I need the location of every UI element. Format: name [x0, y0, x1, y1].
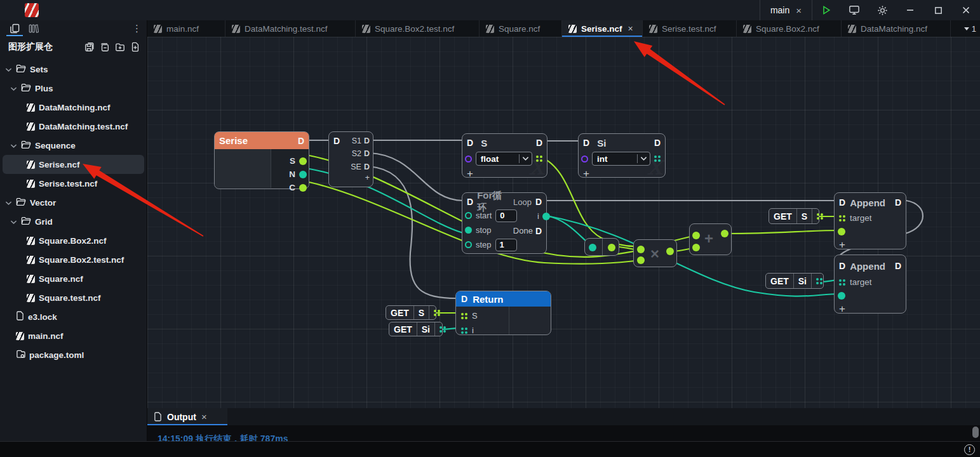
exec-out-port-icon[interactable]: D	[895, 198, 901, 207]
display-mode-button[interactable]	[840, 0, 868, 20]
exec-in-port-icon[interactable]: D	[839, 262, 845, 270]
value-out-port[interactable]	[536, 156, 542, 162]
node-return[interactable]: D Return S i	[455, 291, 551, 335]
stop-in-port[interactable]	[465, 227, 472, 234]
port-dot-teal[interactable]	[838, 292, 845, 300]
node-get-si[interactable]: GET Si	[389, 322, 443, 336]
type-dropdown[interactable]: int	[592, 152, 650, 166]
node-var-s[interactable]: D S D float + x	[462, 133, 547, 178]
output-tab[interactable]: Output ×	[147, 408, 227, 425]
exec-in-port-icon[interactable]: D	[333, 136, 340, 145]
output-port-c[interactable]: C	[289, 183, 307, 192]
notifications-icon[interactable]: !	[964, 444, 975, 455]
value-out-port[interactable]	[817, 213, 823, 220]
editor-tab[interactable]: Serise.test.ncf	[643, 20, 737, 37]
new-file-button[interactable]	[130, 42, 140, 52]
value-in-port[interactable]	[589, 244, 596, 251]
exec-out-port-icon[interactable]: D	[298, 136, 304, 145]
port-dot-teal[interactable]	[542, 213, 550, 220]
value-in-port[interactable]	[461, 328, 467, 334]
port-dot-lime[interactable]	[299, 157, 307, 165]
tree-item-plus[interactable]: Plus	[0, 79, 147, 98]
value-in-port[interactable]	[692, 244, 700, 251]
new-folder-button[interactable]	[115, 42, 125, 52]
exec-in-port-icon[interactable]: D	[839, 198, 845, 207]
add-port-button[interactable]: +	[839, 302, 901, 315]
node-append-bottom[interactable]: D Append D target +	[834, 255, 906, 314]
value-out-port[interactable]	[608, 244, 615, 251]
output-tab-close-icon[interactable]: ×	[201, 411, 207, 422]
tree-item-square-box2-ncf[interactable]: Square.Box2.ncf	[0, 231, 147, 250]
editor-tab[interactable]: Square.Box2.test.ncf	[356, 20, 480, 37]
loop-exec-out-port-icon[interactable]: D	[535, 197, 542, 206]
exec-out-port-icon[interactable]: D	[364, 137, 370, 145]
exec-out-port-icon[interactable]: D	[364, 163, 370, 171]
collapse-all-button[interactable]	[100, 42, 110, 52]
done-out-port[interactable]: Done D	[513, 226, 542, 235]
value-in-port[interactable]	[637, 256, 645, 264]
value-out-port[interactable]	[816, 278, 822, 284]
type-dropdown[interactable]: float	[476, 152, 532, 166]
node-sequence[interactable]: D S1D S2D SED +	[328, 131, 373, 187]
run-target-selector[interactable]: main ×	[760, 0, 812, 20]
return-in-port-s[interactable]: S	[461, 311, 478, 321]
step-value-input[interactable]: 1	[495, 239, 517, 251]
value-in-port[interactable]	[637, 246, 645, 253]
tree-item-grid[interactable]: Grid	[0, 212, 147, 231]
exec-in-port-icon[interactable]: D	[467, 197, 473, 206]
tree-item-datamatching-test-ncf[interactable]: DataMatching.test.ncf	[0, 117, 147, 136]
editor-tab[interactable]: Square.ncf	[480, 20, 562, 37]
node-add[interactable]: +	[689, 223, 732, 255]
port-dot-lime[interactable]	[299, 184, 307, 192]
value-in-port[interactable]	[692, 232, 700, 239]
editor-tab[interactable]: Serise.ncf×	[562, 20, 643, 37]
exec-in-port-icon[interactable]: D	[583, 138, 589, 147]
add-port-button[interactable]: +	[839, 238, 901, 251]
output-port-se[interactable]: SED	[351, 162, 370, 171]
editor-tab[interactable]: main.ncf	[147, 20, 225, 37]
node-get-si[interactable]: GET Si	[765, 273, 824, 289]
node-get-s[interactable]: GET S	[386, 305, 436, 320]
scrollbar-thumb[interactable]	[972, 427, 979, 438]
tree-item-serise-ncf[interactable]: Serise.ncf	[3, 155, 144, 174]
tree-item-main-ncf[interactable]: main.ncf	[0, 326, 147, 345]
node-graph-canvas[interactable]: Serise D S N C D	[147, 37, 980, 408]
add-port-button[interactable]: +	[583, 168, 589, 180]
node-for-loop[interactable]: D For循环 Loop D start 0 stop step	[462, 192, 547, 254]
minimize-button[interactable]	[896, 0, 924, 20]
node-multiply[interactable]: ×	[633, 239, 677, 267]
tab-overflow-indicator[interactable]: 1	[964, 20, 976, 37]
start-value-input[interactable]: 0	[495, 209, 517, 222]
output-port-n[interactable]: N	[289, 169, 307, 179]
tree-item-square-ncf[interactable]: Square.ncf	[0, 269, 147, 288]
tree-item-square-test-ncf[interactable]: Square.test.ncf	[0, 288, 147, 307]
tree-item-datamatching-ncf[interactable]: DataMatching.ncf	[0, 98, 147, 117]
explorer-view-button[interactable]	[5, 21, 24, 36]
output-port-s2[interactable]: S2D	[352, 149, 370, 158]
item-in-port[interactable]	[839, 289, 901, 302]
add-port-button[interactable]: +	[467, 168, 473, 180]
run-button[interactable]	[812, 0, 840, 20]
value-out-port[interactable]	[654, 156, 661, 162]
value-in-port[interactable]	[839, 215, 845, 222]
node-serise[interactable]: Serise D S N C	[214, 131, 309, 189]
library-view-button[interactable]	[24, 21, 43, 36]
value-out-port[interactable]	[721, 230, 728, 237]
value-out-port[interactable]	[666, 248, 674, 255]
node-var-si[interactable]: D Si D int + x	[578, 133, 666, 178]
step-in-port[interactable]	[465, 241, 472, 248]
value-in-port[interactable]	[839, 279, 845, 286]
theme-toggle-button[interactable]	[868, 0, 896, 20]
exec-in-port-icon[interactable]: D	[461, 295, 467, 303]
editor-tab[interactable]: DataMatching.ncf	[842, 20, 951, 37]
tree-item-vector[interactable]: Vector	[0, 193, 147, 212]
editor-tab[interactable]: Square.Box2.ncf	[737, 20, 842, 37]
value-in-port[interactable]	[581, 156, 588, 162]
value-in-port[interactable]	[465, 156, 472, 162]
tree-item-square-box2-test-ncf[interactable]: Square.Box2.test.ncf	[0, 250, 147, 269]
tree-item-package-toml[interactable]: package.toml	[0, 345, 147, 364]
tab-close-icon[interactable]: ×	[628, 23, 633, 34]
port-dot-lime[interactable]	[838, 228, 845, 235]
output-port-s[interactable]: S	[290, 156, 307, 166]
tree-item-e3-lock[interactable]: e3.lock	[0, 307, 147, 326]
